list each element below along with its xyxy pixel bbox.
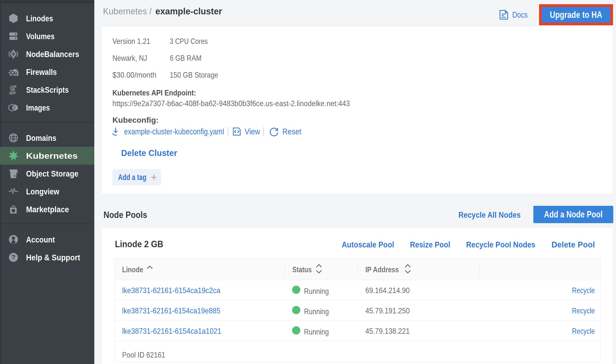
svg-text:?: ? — [11, 253, 15, 261]
